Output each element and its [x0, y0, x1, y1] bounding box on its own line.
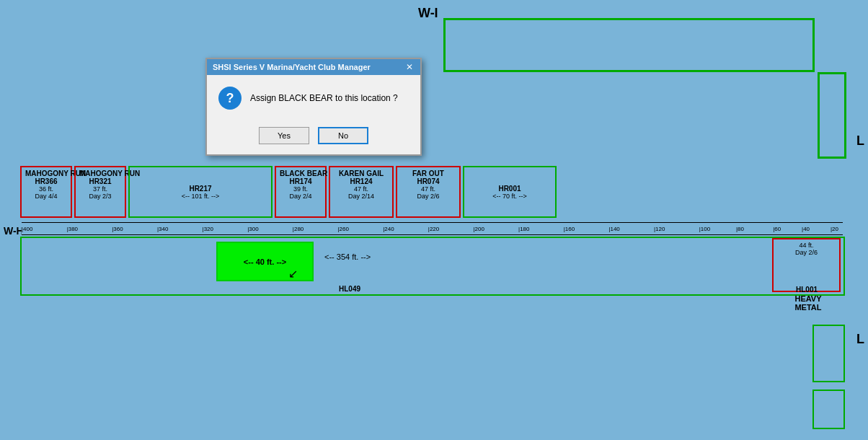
ruler-mark-180: |180 — [518, 226, 529, 232]
slip-hr174[interactable]: BLACK BEAR HR174 39 ft. Day 2/4 — [275, 166, 327, 218]
ruler-mark-20: |20 — [831, 226, 838, 232]
ruler-mark-220: |220 — [428, 226, 439, 232]
slip-hr074-info1: 47 ft. — [401, 185, 456, 193]
right-lower-box2 — [812, 390, 845, 429]
lower-center-text: <-- 354 ft. --> — [324, 252, 371, 261]
slip-hr321-id: HR321 — [79, 177, 121, 185]
slip-hr074-info2: Day 2/6 — [401, 193, 456, 200]
dialog-titlebar: SHSI Series V Marina/Yacht Club Manager … — [207, 59, 420, 75]
ruler-scale: |400 |380 |360 |340 |320 |300 |280 |260 … — [22, 222, 843, 235]
slip-hr321-info1: 37 ft. — [79, 185, 121, 193]
dialog-body: ? Assign BLACK BEAR to this location ? — [207, 75, 420, 121]
ruler-mark-80: |80 — [736, 226, 744, 232]
ruler-mark-380: |380 — [67, 226, 78, 232]
dialog-close-button[interactable]: ✕ — [404, 62, 415, 72]
heavy-metal-label: HEAVY METAL — [776, 294, 841, 312]
dialog-assign: SHSI Series V Marina/Yacht Club Manager … — [205, 58, 422, 156]
wi-label: W-I — [418, 6, 438, 21]
ruler-mark-260: |260 — [338, 226, 349, 232]
hl049-label: HL049 — [339, 285, 360, 293]
slip-hr074-id: HR074 — [401, 177, 456, 185]
slip-hr001-id: HR001 — [468, 185, 552, 193]
ruler-mark-400: |400 — [22, 226, 32, 232]
slip-hr124-name: KAREN GAIL — [334, 170, 389, 177]
ruler-mark-60: |60 — [773, 226, 781, 232]
slip-hr174-name: BLACK BEAR — [280, 170, 322, 177]
slip-hr001[interactable]: HR001 <-- 70 ft. --> — [463, 166, 557, 218]
slip-hr217-info1: <-- 101 ft. --> — [133, 193, 267, 200]
slip-hr124-info2: Day 2/14 — [334, 193, 389, 200]
right-lower-box1 — [812, 325, 845, 382]
slip-hr366-name: MAHOGONY RUN — [25, 170, 67, 177]
slip-hr217-id: HR217 — [133, 185, 267, 193]
slip-hr001-info1: <-- 70 ft. --> — [468, 193, 552, 200]
slip-hr074-name: FAR OUT — [401, 170, 456, 177]
ruler-mark-320: |320 — [203, 226, 213, 232]
ruler-mark-360: |360 — [112, 226, 123, 232]
lower-slip-red-info2: Day 2/6 — [776, 249, 837, 256]
dock-right-strip — [818, 72, 846, 159]
slip-hr366-info1: 36 ft. — [25, 185, 67, 193]
slip-hr174-info2: Day 2/4 — [280, 193, 322, 200]
slip-hr366-id: HR366 — [25, 177, 67, 185]
slip-hr366[interactable]: MAHOGONY RUN HR366 36 ft. Day 4/4 — [20, 166, 72, 218]
hl001-label: HL001 — [796, 286, 818, 294]
dialog-no-button[interactable]: No — [318, 127, 368, 144]
ruler-mark-280: |280 — [293, 226, 304, 232]
dock-top-right — [443, 18, 815, 72]
l-top-label: L — [856, 133, 864, 149]
slip-hr321-info2: Day 2/3 — [79, 193, 121, 200]
dialog-question-icon: ? — [218, 87, 242, 110]
lower-dock — [20, 237, 845, 296]
lower-slip-red-info1: 44 ft. — [776, 242, 837, 249]
ruler-mark-120: |120 — [654, 226, 665, 232]
slip-hr174-info1: 39 ft. — [280, 185, 322, 193]
slip-hr366-info2: Day 4/4 — [25, 193, 67, 200]
slip-hr124-id: HR124 — [334, 177, 389, 185]
ruler-mark-140: |140 — [608, 226, 619, 232]
dialog-yes-button[interactable]: Yes — [259, 127, 309, 144]
slip-hr174-id: HR174 — [280, 177, 322, 185]
upper-slips-row: MAHOGONY RUN HR366 36 ft. Day 4/4 MAHOGO… — [20, 166, 557, 218]
slip-hr074[interactable]: FAR OUT HR074 47 ft. Day 2/6 — [396, 166, 461, 218]
l-bottom-label: L — [856, 332, 864, 347]
dialog-buttons: Yes No — [207, 121, 420, 154]
slip-hr217[interactable]: HR217 <-- 101 ft. --> — [128, 166, 273, 218]
lower-slip-red[interactable]: 44 ft. Day 2/6 — [772, 238, 841, 292]
slip-hr124-info1: 47 ft. — [334, 185, 389, 193]
dialog-message: Assign BLACK BEAR to this location ? — [250, 93, 398, 103]
ruler-mark-240: |240 — [383, 226, 394, 232]
lower-slip-green-selected[interactable]: <-- 40 ft. --> — [216, 242, 314, 281]
lower-slip-green-label: <-- 40 ft. --> — [244, 258, 286, 266]
ruler-mark-300: |300 — [247, 226, 258, 232]
slip-hr321[interactable]: MAHOGONY RUN HR321 37 ft. Day 2/3 — [74, 166, 126, 218]
dialog-title: SHSI Series V Marina/Yacht Club Manager — [213, 63, 371, 71]
ruler-mark-100: |100 — [699, 226, 710, 232]
wh-label: W-H — [4, 225, 24, 237]
slip-hr321-name: MAHOGONY RUN — [79, 170, 121, 177]
ruler-mark-340: |340 — [157, 226, 168, 232]
ruler-mark-160: |160 — [564, 226, 575, 232]
ruler-mark-200: |200 — [473, 226, 484, 232]
slip-hr124[interactable]: KAREN GAIL HR124 47 ft. Day 2/14 — [329, 166, 394, 218]
ruler-mark-40: |40 — [802, 226, 810, 232]
